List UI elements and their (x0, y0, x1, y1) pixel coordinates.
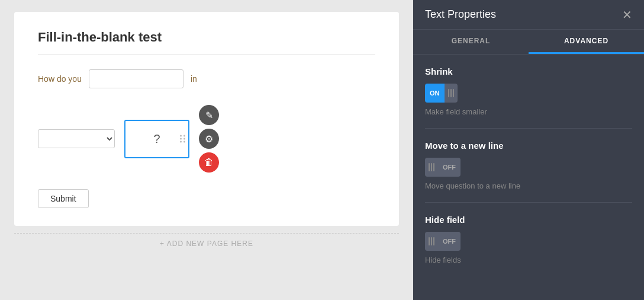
gear-icon: ⚙ (205, 133, 213, 145)
drag-dot (180, 135, 182, 137)
hide-toggle-container: OFF (425, 232, 632, 251)
form-label-how: How do you (38, 74, 82, 84)
panel-title: Text Properties (425, 8, 496, 21)
move-toggle-off: OFF (438, 158, 461, 177)
submit-button[interactable]: Submit (38, 189, 89, 208)
close-button[interactable]: ✕ (622, 9, 632, 21)
shrink-toggle[interactable]: ON (425, 84, 458, 103)
form-card: Fill-in-the-blank test How do you in ? (14, 12, 399, 226)
toggle-line-3 (433, 163, 434, 171)
hide-description: Hide fields (425, 256, 632, 264)
edit-button[interactable]: ✎ (199, 105, 219, 125)
move-description: Move question to a new line (425, 181, 632, 190)
move-toggle-container: OFF (425, 158, 632, 177)
drag-dot (180, 141, 182, 143)
action-buttons: ✎ ⚙ 🗑 (199, 105, 219, 173)
right-panel: Text Properties ✕ GENERAL ADVANCED Shrin… (413, 0, 644, 300)
drag-dot (183, 141, 185, 143)
toggle-line-3 (453, 89, 454, 97)
form-row-1: How do you in (38, 69, 375, 88)
form-title: Fill-in-the-blank test (38, 30, 375, 45)
select-dropdown[interactable] (38, 129, 115, 148)
form-divider (38, 55, 375, 55)
hide-toggle-off: OFF (438, 232, 461, 251)
form-label-in: in (191, 74, 197, 84)
toggle-line-1 (448, 89, 449, 97)
panel-content: Shrink ON Make field smaller Move to a n… (413, 55, 644, 300)
left-panel: Fill-in-the-blank test How do you in ? (0, 0, 413, 300)
toggle-line-2 (431, 237, 432, 245)
toggle-line-1 (429, 237, 430, 245)
shrink-toggle-off-side (445, 84, 458, 103)
form-row-2: ? ✎ ⚙ 🗑 (38, 105, 375, 173)
tab-general[interactable]: GENERAL (413, 30, 529, 54)
hide-toggle-left (425, 232, 438, 251)
trash-icon: 🗑 (204, 157, 214, 168)
drag-dot (183, 138, 185, 140)
settings-button[interactable]: ⚙ (199, 129, 219, 149)
move-to-new-line-section: Move to a new line OFF Move question to … (425, 141, 632, 203)
question-mark: ? (153, 132, 160, 146)
toggle-line-3 (433, 237, 434, 245)
hide-toggle[interactable]: OFF (425, 232, 461, 251)
delete-button[interactable]: 🗑 (199, 152, 219, 173)
shrink-section: Shrink ON Make field smaller (425, 66, 632, 129)
text-input-1[interactable] (89, 69, 183, 88)
add-page-bar[interactable]: + ADD NEW PAGE HERE (14, 233, 399, 248)
tab-advanced[interactable]: ADVANCED (529, 30, 644, 54)
toggle-line-1 (429, 163, 430, 171)
pencil-icon: ✎ (205, 110, 213, 121)
toggle-line-2 (450, 89, 452, 97)
move-toggle[interactable]: OFF (425, 158, 461, 177)
hide-field-label: Hide field (425, 215, 632, 225)
shrink-description: Make field smaller (425, 107, 632, 116)
panel-header: Text Properties ✕ (413, 0, 644, 30)
drag-dot (183, 135, 185, 137)
shrink-toggle-on: ON (425, 84, 445, 103)
tabs-container: GENERAL ADVANCED (413, 30, 644, 55)
move-to-new-line-label: Move to a new line (425, 141, 632, 151)
shrink-label: Shrink (425, 66, 632, 76)
question-box[interactable]: ? (124, 120, 189, 158)
drag-dot (180, 138, 182, 140)
move-toggle-left (425, 158, 438, 177)
drag-handle[interactable] (180, 135, 186, 143)
shrink-toggle-container: ON (425, 84, 632, 103)
hide-field-section: Hide field OFF Hide fields (425, 215, 632, 276)
toggle-line-2 (431, 163, 432, 171)
